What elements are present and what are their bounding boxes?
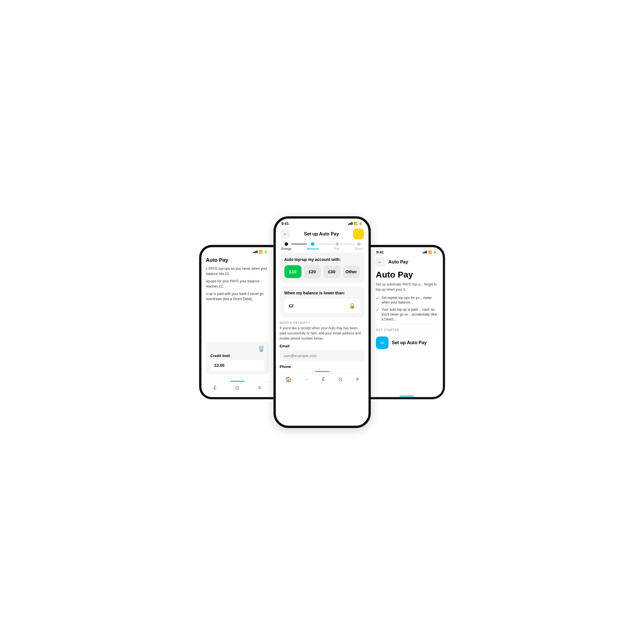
battery-icon: 🔋 [264,250,268,254]
left-page-title: Auto Pay [206,255,269,266]
right-wifi-icon: 📶 [428,250,432,254]
center-bottom-nav: 🏠 ⋯ £ ⊙ ≡ [276,373,368,385]
left-bottom-nav: £ ⊙ ≡ [201,382,274,393]
setup-auto-pay-button[interactable]: ∞ Set up Auto Pay [376,336,427,349]
right-time: 9:41 [377,250,384,254]
trash-icon[interactable]: 🗑️ [258,346,264,352]
step-line-1 [291,244,307,244]
center-signal-icon [348,222,352,225]
lightning-button[interactable]: ⚡ [353,229,364,239]
center-nav-home[interactable]: 🏠 [285,376,292,383]
center-time: 9:41 [282,221,289,226]
right-bottom-nav: 🏠 ⋯ £ [371,397,443,399]
right-battery-icon: 🔋 [433,250,437,254]
email-input[interactable] [280,350,364,362]
right-status-icons: 📶 🔋 [423,250,437,254]
credit-limit-card: 🗑️ Credit limit £2.00 [206,342,269,374]
check-item-1: ✓ Set repeat top-ups for yo... meter whe… [376,296,438,305]
wifi-icon: 📶 [259,250,263,254]
home-icon: 🏠 [285,376,292,383]
signal-icon [253,250,257,253]
left-body-1: c PAYG top-ups so you never when your ba… [206,266,269,276]
check-item-2: ✓ Your auto top-up is paid ... card, so … [376,307,438,322]
step-label-amount: Amount [307,247,319,250]
step-energy: Energy [282,242,292,250]
right-content: Auto Pay Set up automatic PAYG top-u... … [371,270,443,394]
check-mark-1: ✓ [376,296,379,300]
receipt-label: NEED A RECEIPT? [280,321,364,324]
progress-stepper: Energy Amount Pay Done [276,242,368,253]
right-back-button[interactable]: ← [375,257,385,267]
amount-btn-30[interactable]: £30 [323,265,340,278]
trash-icon-wrap: 🗑️ [211,346,264,352]
amount-btn-20[interactable]: £20 [304,265,321,278]
center-nav-menu[interactable]: ≡ [356,376,359,382]
step-label-energy: Energy [282,247,292,250]
step-dot-pay [335,242,339,246]
center-status-icons: 📶 🔋 [348,222,363,225]
left-phone: 📶 🔋 Auto Pay c PAYG top-ups so you never… [199,245,274,399]
step-dot-done [357,242,360,246]
amount-btn-other[interactable]: Other [343,265,360,278]
right-status-bar: 9:41 📶 🔋 [371,247,443,255]
infinity-icon: ∞ [380,340,384,346]
center-nav-pound[interactable]: £ [322,376,325,382]
topup-card: Auto top-up my account with: £10 £20 £30… [280,253,364,283]
step-pay: Pay [334,242,340,250]
left-nav-menu[interactable]: ≡ [258,385,261,391]
topup-card-title: Auto top-up my account with: [284,257,360,262]
center-help-icon: ⊙ [338,376,342,383]
setup-btn-label: Set up Auto Pay [392,340,427,345]
step-dot-energy [285,242,288,246]
right-phone: 9:41 📶 🔋 ← Auto Pay Auto Pay Set up auto… [371,245,445,399]
get-started-label: GET STARTED [376,328,438,332]
left-nav-pound[interactable]: £ [213,385,216,391]
phone-field-label: Phone [280,364,364,369]
left-status-icons: 📶 🔋 [253,250,268,254]
step-line-3 [340,244,355,244]
balance-card-title: When my balance is lower than: [284,291,360,295]
pound-icon: £ [213,385,216,391]
lightning-icon: ⚡ [355,231,362,237]
lock-icon: 🔒 [349,303,355,309]
step-dot-amount [311,242,314,246]
center-menu-icon: ≡ [356,376,359,382]
balance-card: When my balance is lower than: £2 🔒 [280,286,364,318]
left-nav-help[interactable]: ⊙ [235,385,239,391]
menu-icon: ≡ [258,385,261,391]
balance-value: £2 [289,303,294,308]
scene: 📶 🔋 Auto Pay c PAYG top-ups so you never… [165,205,479,439]
right-header-title: Auto Pay [389,259,408,265]
center-header-title: Set up Auto Pay [304,231,339,237]
center-bottom-bar [315,371,329,372]
step-label-done: Done [355,247,362,250]
center-header: ← Set up Auto Pay ⚡ [276,227,368,242]
back-button[interactable]: ← [280,229,290,239]
receipt-section: NEED A RECEIPT? If you'd like a receipt … [276,321,368,369]
step-line-2 [319,244,334,244]
right-header: ← Auto Pay [371,255,443,270]
step-done: Done [355,242,362,250]
left-status-bar: 📶 🔋 [201,247,274,255]
check-text-1: Set repeat top-ups for yo... meter when … [382,296,438,305]
receipt-desc: If you'd like a receipt when your Auto P… [280,326,364,341]
center-pound-icon: £ [322,376,325,382]
credit-limit-value: £2.00 [211,360,264,370]
balance-input-row: £2 🔒 [284,299,360,313]
amount-btn-10[interactable]: £10 [284,265,302,278]
help-icon: ⊙ [235,385,239,391]
check-mark-2: ✓ [376,308,379,312]
auto-pay-desc: Set up automatic PAYG top-u... forget to… [376,282,438,292]
credit-limit-label: Credit limit [211,354,264,358]
left-body-2: op-ups for your PAYG your balance reache… [206,279,269,289]
center-battery-icon: 🔋 [359,222,363,225]
auto-pay-heading: Auto Pay [376,270,438,280]
setup-icon: ∞ [376,336,389,349]
center-status-bar: 9:41 📶 🔋 [276,219,368,227]
center-nav-connect[interactable]: ⋯ [305,377,309,382]
left-content: Auto Pay c PAYG top-ups so you never whe… [201,255,274,379]
amount-options: £10 £20 £30 Other [284,265,360,278]
center-nav-help[interactable]: ⊙ [338,376,342,383]
center-wifi-icon: 📶 [354,222,358,225]
center-phone: 9:41 📶 🔋 ← Set up Auto Pay ⚡ [274,216,371,428]
